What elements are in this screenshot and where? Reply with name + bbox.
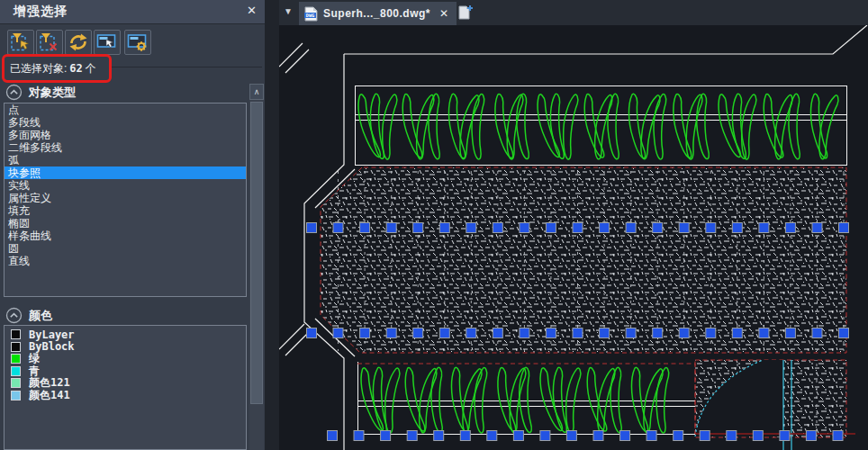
grip-square[interactable] [466,328,476,338]
object-type-item[interactable]: 多段线 [5,116,246,129]
drawing-tab[interactable]: DWG Superh..._800.dwg* ✕ [299,2,457,25]
grip-square[interactable] [386,223,396,233]
grip-square[interactable] [753,431,763,441]
grip-square[interactable] [653,328,663,338]
grip-square[interactable] [812,328,822,338]
grip-square[interactable] [520,328,529,338]
grip-square[interactable] [785,223,795,233]
object-type-item[interactable]: 填充 [5,204,246,217]
collapse-icon[interactable] [5,84,23,101]
grip-square[interactable] [600,328,610,338]
grip-square[interactable] [354,431,364,441]
grip-square[interactable] [466,223,476,233]
section-header-colors[interactable]: 颜色 [5,307,52,324]
grip-square[interactable] [732,328,742,338]
object-type-item[interactable]: 圆 [5,242,246,255]
panel-close-icon[interactable]: ✕ [247,4,257,17]
grip-square[interactable] [679,223,689,233]
object-type-listbox[interactable]: 点多段线多面网格二维多段线弧块参照实线属性定义填充椭圆样条曲线圆直线 [4,103,247,297]
object-type-item[interactable]: 实线 [5,179,246,192]
grip-square[interactable] [439,223,449,233]
new-drawing-button[interactable] [456,4,475,22]
grip-square[interactable] [626,223,636,233]
grip-square[interactable] [600,223,610,233]
grip-square[interactable] [780,431,790,441]
grip-square[interactable] [307,328,317,338]
grip-square[interactable] [727,431,737,441]
grip-square[interactable] [333,223,343,233]
tab-close-icon[interactable]: ✕ [439,7,448,20]
grip-square[interactable] [386,328,396,338]
window-select-button[interactable] [94,30,121,55]
grip-square[interactable] [566,431,576,441]
object-type-item[interactable]: 直线 [5,255,246,267]
object-type-item[interactable]: 弧 [5,154,246,166]
color-item[interactable]: ByLayer [5,328,246,341]
grip-square[interactable] [573,223,583,233]
grip-square[interactable] [307,223,317,233]
scroll-up-button[interactable]: ∧ [249,84,264,100]
swap-selection-button[interactable] [65,30,92,55]
color-swatch [11,391,21,400]
grip-square[interactable] [546,328,556,338]
grip-square[interactable] [593,431,603,441]
grip-square[interactable] [513,431,523,441]
grip-square[interactable] [706,328,716,338]
object-type-item[interactable]: 样条曲线 [5,230,246,242]
scrollbar-thumb[interactable] [250,102,263,404]
object-type-item[interactable]: 二维多段线 [5,141,246,154]
section-header-object-types[interactable]: 对象类型 [5,84,76,101]
grip-square[interactable] [328,431,338,441]
grip-square[interactable] [839,328,849,338]
grip-square[interactable] [360,223,370,233]
tab-list-dropdown-icon[interactable]: ▼ [284,6,293,16]
grip-square[interactable] [732,223,742,233]
filter-select-button[interactable] [7,30,34,55]
grip-square[interactable] [679,328,689,338]
grip-square[interactable] [439,328,449,338]
collapse-icon[interactable] [5,307,23,324]
grip-square[interactable] [573,328,583,338]
grip-square[interactable] [839,223,849,233]
grip-square[interactable] [700,431,710,441]
grip-square[interactable] [706,223,716,233]
grip-square[interactable] [785,328,795,338]
grip-square[interactable] [653,223,663,233]
window-settings-button[interactable] [124,30,151,55]
panel-scrollbar[interactable]: ∧ [249,84,264,450]
object-type-item[interactable]: 块参照 [5,166,246,179]
color-listbox[interactable]: ByLayerByBlock绿青颜色121颜色141 [4,325,247,450]
grip-square[interactable] [674,431,683,441]
grip-square[interactable] [413,223,423,233]
color-item[interactable]: 绿 [5,353,246,365]
grip-square[interactable] [812,223,822,233]
grip-square[interactable] [381,431,391,441]
grip-square[interactable] [493,328,502,338]
grip-square[interactable] [333,328,343,338]
filter-remove-button[interactable] [36,30,63,55]
color-item[interactable]: 颜色141 [5,390,246,402]
object-type-item[interactable]: 点 [5,104,246,116]
grip-square[interactable] [620,431,630,441]
color-item[interactable]: ByBlock [5,341,246,354]
grip-square[interactable] [646,431,656,441]
grip-square[interactable] [540,431,550,441]
grip-square[interactable] [360,328,370,338]
object-type-item[interactable]: 属性定义 [5,192,246,204]
grip-square[interactable] [493,223,502,233]
object-type-item[interactable]: 多面网格 [5,129,246,141]
grip-square[interactable] [759,328,769,338]
grip-square[interactable] [759,223,769,233]
grip-square[interactable] [520,223,529,233]
object-type-item[interactable]: 椭圆 [5,217,246,230]
grip-square[interactable] [546,223,556,233]
grip-square[interactable] [626,328,636,338]
grip-square[interactable] [833,431,843,441]
grip-square[interactable] [413,328,423,338]
grip-square[interactable] [487,431,497,441]
grip-square[interactable] [434,431,444,441]
grip-square[interactable] [407,431,417,441]
grip-square[interactable] [460,431,470,441]
drawing-canvas[interactable] [279,25,868,450]
grip-square[interactable] [806,431,816,441]
